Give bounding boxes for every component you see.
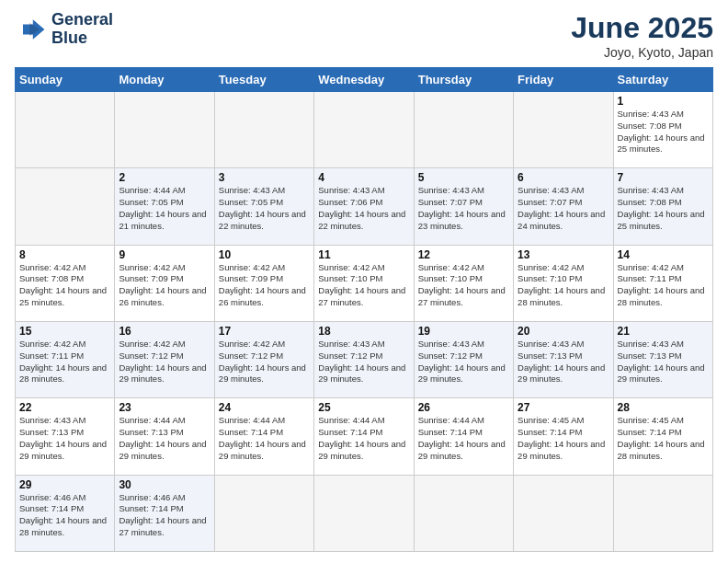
day-number: 26 — [418, 401, 509, 414]
calendar-cell: 17Sunrise: 4:42 AMSunset: 7:12 PMDayligh… — [214, 321, 313, 397]
day-number: 3 — [219, 171, 310, 184]
day-info: Sunrise: 4:43 AMSunset: 7:06 PMDaylight:… — [318, 185, 409, 232]
day-info: Sunrise: 4:44 AMSunset: 7:14 PMDaylight:… — [219, 415, 310, 462]
header: General Blue June 2025 Joyo, Kyoto, Japa… — [15, 11, 713, 60]
calendar-cell — [414, 475, 513, 551]
day-info: Sunrise: 4:43 AMSunset: 7:07 PMDaylight:… — [518, 185, 609, 232]
day-number: 15 — [19, 325, 110, 338]
calendar-cell: 3Sunrise: 4:43 AMSunset: 7:05 PMDaylight… — [214, 168, 313, 245]
location: Joyo, Kyoto, Japan — [571, 45, 713, 60]
calendar-cell — [16, 92, 115, 168]
day-info: Sunrise: 4:44 AMSunset: 7:05 PMDaylight:… — [119, 185, 210, 232]
day-number: 4 — [318, 171, 409, 184]
calendar-cell — [613, 475, 712, 551]
calendar-cell — [115, 92, 214, 168]
calendar-week-2: 2Sunrise: 4:44 AMSunset: 7:05 PMDaylight… — [16, 168, 713, 245]
page: General Blue June 2025 Joyo, Kyoto, Japa… — [0, 0, 728, 563]
calendar-cell: 13Sunrise: 4:42 AMSunset: 7:10 PMDayligh… — [514, 245, 613, 321]
day-info: Sunrise: 4:42 AMSunset: 7:11 PMDaylight:… — [19, 339, 110, 385]
day-info: Sunrise: 4:45 AMSunset: 7:14 PMDaylight:… — [518, 415, 609, 462]
col-header-wednesday: Wednesday — [314, 68, 414, 92]
calendar-cell — [16, 168, 115, 245]
calendar-cell: 21Sunrise: 4:43 AMSunset: 7:13 PMDayligh… — [613, 321, 712, 397]
day-info: Sunrise: 4:42 AMSunset: 7:10 PMDaylight:… — [318, 262, 409, 309]
calendar-cell: 9Sunrise: 4:42 AMSunset: 7:09 PMDaylight… — [115, 245, 214, 321]
calendar-cell: 10Sunrise: 4:42 AMSunset: 7:09 PMDayligh… — [214, 245, 313, 321]
day-info: Sunrise: 4:43 AMSunset: 7:13 PMDaylight:… — [19, 415, 110, 462]
calendar-cell: 29Sunrise: 4:46 AMSunset: 7:14 PMDayligh… — [16, 475, 115, 551]
day-info: Sunrise: 4:42 AMSunset: 7:12 PMDaylight:… — [219, 339, 310, 385]
col-header-friday: Friday — [514, 68, 613, 92]
day-number: 11 — [318, 248, 409, 261]
logo: General Blue — [15, 11, 113, 48]
day-info: Sunrise: 4:42 AMSunset: 7:09 PMDaylight:… — [119, 262, 210, 309]
day-info: Sunrise: 4:42 AMSunset: 7:10 PMDaylight:… — [518, 262, 609, 309]
day-number: 10 — [219, 248, 310, 261]
calendar-cell: 15Sunrise: 4:42 AMSunset: 7:11 PMDayligh… — [16, 321, 115, 397]
day-number: 30 — [119, 478, 210, 491]
day-info: Sunrise: 4:44 AMSunset: 7:13 PMDaylight:… — [119, 415, 210, 462]
calendar-cell: 12Sunrise: 4:42 AMSunset: 7:10 PMDayligh… — [414, 245, 513, 321]
logo-text: General Blue — [51, 11, 113, 48]
col-header-saturday: Saturday — [613, 68, 712, 92]
day-number: 7 — [618, 171, 709, 184]
calendar-cell — [314, 92, 414, 168]
day-number: 19 — [418, 325, 509, 338]
col-header-tuesday: Tuesday — [214, 68, 313, 92]
calendar-cell: 19Sunrise: 4:43 AMSunset: 7:12 PMDayligh… — [414, 321, 513, 397]
calendar-cell: 2Sunrise: 4:44 AMSunset: 7:05 PMDaylight… — [115, 168, 214, 245]
calendar-cell: 26Sunrise: 4:44 AMSunset: 7:14 PMDayligh… — [414, 398, 513, 475]
col-header-sunday: Sunday — [16, 68, 115, 92]
calendar-cell — [514, 475, 613, 551]
day-number: 22 — [19, 401, 110, 414]
day-info: Sunrise: 4:43 AMSunset: 7:08 PMDaylight:… — [618, 185, 709, 232]
calendar-cell: 23Sunrise: 4:44 AMSunset: 7:13 PMDayligh… — [115, 398, 214, 475]
day-number: 9 — [119, 248, 210, 261]
calendar-cell — [514, 92, 613, 168]
day-info: Sunrise: 4:43 AMSunset: 7:12 PMDaylight:… — [418, 339, 509, 385]
day-info: Sunrise: 4:43 AMSunset: 7:08 PMDaylight:… — [618, 109, 709, 155]
calendar-cell: 11Sunrise: 4:42 AMSunset: 7:10 PMDayligh… — [314, 245, 414, 321]
col-header-thursday: Thursday — [414, 68, 513, 92]
calendar-cell: 16Sunrise: 4:42 AMSunset: 7:12 PMDayligh… — [115, 321, 214, 397]
day-number: 24 — [219, 401, 310, 414]
day-number: 28 — [618, 401, 709, 414]
day-info: Sunrise: 4:44 AMSunset: 7:14 PMDaylight:… — [318, 415, 409, 462]
day-info: Sunrise: 4:42 AMSunset: 7:10 PMDaylight:… — [418, 262, 509, 309]
calendar-cell: 5Sunrise: 4:43 AMSunset: 7:07 PMDaylight… — [414, 168, 513, 245]
day-info: Sunrise: 4:46 AMSunset: 7:14 PMDaylight:… — [119, 492, 210, 539]
calendar-cell: 25Sunrise: 4:44 AMSunset: 7:14 PMDayligh… — [314, 398, 414, 475]
day-number: 14 — [618, 248, 709, 261]
calendar-cell: 28Sunrise: 4:45 AMSunset: 7:14 PMDayligh… — [613, 398, 712, 475]
calendar-cell: 14Sunrise: 4:42 AMSunset: 7:11 PMDayligh… — [613, 245, 712, 321]
calendar-cell: 8Sunrise: 4:42 AMSunset: 7:08 PMDaylight… — [16, 245, 115, 321]
day-number: 12 — [418, 248, 509, 261]
calendar-cell: 20Sunrise: 4:43 AMSunset: 7:13 PMDayligh… — [514, 321, 613, 397]
day-number: 21 — [618, 325, 709, 338]
calendar-week-6: 29Sunrise: 4:46 AMSunset: 7:14 PMDayligh… — [16, 475, 713, 551]
calendar-cell: 22Sunrise: 4:43 AMSunset: 7:13 PMDayligh… — [16, 398, 115, 475]
day-number: 27 — [518, 401, 609, 414]
day-info: Sunrise: 4:44 AMSunset: 7:14 PMDaylight:… — [418, 415, 509, 462]
day-number: 5 — [418, 171, 509, 184]
calendar-week-5: 22Sunrise: 4:43 AMSunset: 7:13 PMDayligh… — [16, 398, 713, 475]
day-info: Sunrise: 4:42 AMSunset: 7:11 PMDaylight:… — [618, 262, 709, 309]
day-info: Sunrise: 4:43 AMSunset: 7:13 PMDaylight:… — [618, 339, 709, 385]
day-info: Sunrise: 4:46 AMSunset: 7:14 PMDaylight:… — [19, 492, 110, 539]
day-number: 13 — [518, 248, 609, 261]
calendar-cell — [214, 475, 313, 551]
day-info: Sunrise: 4:42 AMSunset: 7:12 PMDaylight:… — [119, 339, 210, 385]
calendar-table: SundayMondayTuesdayWednesdayThursdayFrid… — [15, 67, 713, 552]
calendar-cell: 30Sunrise: 4:46 AMSunset: 7:14 PMDayligh… — [115, 475, 214, 551]
title-block: June 2025 Joyo, Kyoto, Japan — [571, 11, 713, 60]
calendar-week-3: 8Sunrise: 4:42 AMSunset: 7:08 PMDaylight… — [16, 245, 713, 321]
day-info: Sunrise: 4:43 AMSunset: 7:12 PMDaylight:… — [318, 339, 409, 385]
calendar-cell: 24Sunrise: 4:44 AMSunset: 7:14 PMDayligh… — [214, 398, 313, 475]
calendar-cell: 6Sunrise: 4:43 AMSunset: 7:07 PMDaylight… — [514, 168, 613, 245]
calendar-cell: 27Sunrise: 4:45 AMSunset: 7:14 PMDayligh… — [514, 398, 613, 475]
day-number: 1 — [618, 95, 709, 108]
day-info: Sunrise: 4:43 AMSunset: 7:07 PMDaylight:… — [418, 185, 509, 232]
day-info: Sunrise: 4:42 AMSunset: 7:09 PMDaylight:… — [219, 262, 310, 309]
day-number: 25 — [318, 401, 409, 414]
col-header-monday: Monday — [115, 68, 214, 92]
